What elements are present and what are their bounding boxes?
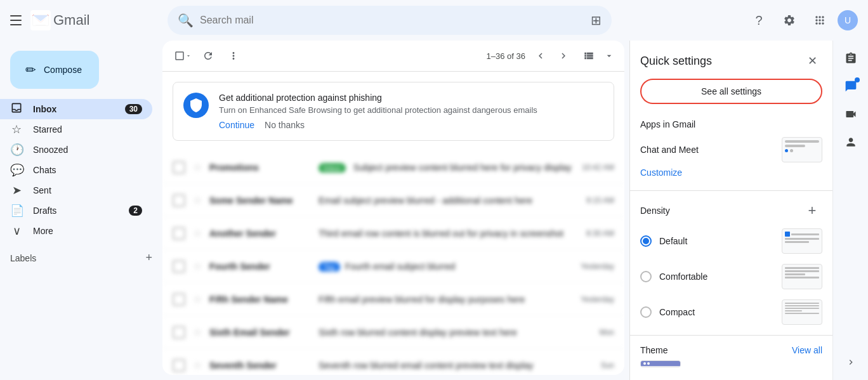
table-row[interactable]: ☆ Fourth Sender TagFourth email subject … <box>162 250 624 283</box>
more-label: More <box>33 226 142 236</box>
see-all-settings-button[interactable]: See all settings <box>640 79 822 104</box>
density-comfortable-radio[interactable] <box>640 271 652 282</box>
preview-dot-2 <box>790 149 793 152</box>
apps-button[interactable] <box>807 8 832 33</box>
row-checkbox[interactable] <box>173 293 185 306</box>
sidebar-item-inbox[interactable]: Inbox 30 <box>0 99 152 119</box>
row-checkbox[interactable] <box>173 194 185 207</box>
close-settings-button[interactable]: ✕ <box>802 51 822 71</box>
right-contacts-button[interactable] <box>838 129 864 155</box>
compose-label: Compose <box>44 65 82 75</box>
shield-icon <box>183 93 209 118</box>
sidebar-item-more[interactable]: ∨ More <box>0 221 152 241</box>
add-label-button[interactable]: + <box>145 251 152 265</box>
theme-top-bar <box>641 361 680 366</box>
table-row[interactable]: ☆ Fifth Sender Name Fifth email preview … <box>162 283 624 316</box>
row-star[interactable]: ☆ <box>193 161 202 173</box>
table-row[interactable]: ☆ Another Sender Third email row content… <box>162 217 624 250</box>
row-subject: TagFourth email subject blurred <box>319 261 573 272</box>
chats-icon: 💬 <box>10 163 23 177</box>
density-default[interactable]: Default <box>630 223 832 259</box>
inbox-badge: 30 <box>125 104 142 114</box>
table-row[interactable]: ☆ Promotions Inbox Subject preview conte… <box>162 151 624 184</box>
more-options-button[interactable] <box>223 46 244 66</box>
row-star[interactable]: ☆ <box>193 260 202 272</box>
density-compact-radio[interactable] <box>640 306 652 318</box>
theme-dot <box>647 362 650 365</box>
row-sender: Seventh Sender <box>209 360 311 370</box>
preview-line-2 <box>785 145 805 147</box>
right-chat-button[interactable] <box>838 74 864 99</box>
right-meet-button[interactable] <box>838 102 864 127</box>
sidebar-item-sent[interactable]: ➤ Sent <box>0 180 152 200</box>
row-star[interactable]: ☆ <box>193 293 202 305</box>
quick-settings-header: Quick settings ✕ <box>630 41 832 79</box>
advanced-search-icon[interactable]: ⊞ <box>591 13 602 28</box>
density-comfortable[interactable]: Comfortable <box>630 259 832 294</box>
table-row[interactable]: ☆ Sixth Email Sender Sixth row blurred c… <box>162 316 624 349</box>
labels-title: Labels <box>10 253 36 263</box>
chat-meet-label: Chat and Meet <box>640 145 699 155</box>
email-area: 1–36 of 36 Ge <box>162 41 624 375</box>
banner-content: Get additional protection against phishi… <box>219 93 603 130</box>
row-star[interactable]: ☆ <box>193 227 202 239</box>
preview-line <box>785 267 819 269</box>
next-page-button[interactable] <box>553 46 574 66</box>
sidebar-item-snoozed[interactable]: 🕐 Snoozed <box>0 140 152 160</box>
pagination-text: 1–36 of 36 <box>487 51 525 61</box>
row-time: 8:30 AM <box>586 229 614 238</box>
table-row[interactable]: ☆ Seventh Sender Seventh row blurred ema… <box>162 349 624 375</box>
add-density-button[interactable]: + <box>802 200 822 221</box>
right-tasks-button[interactable] <box>838 46 864 71</box>
density-comfortable-preview <box>782 264 822 289</box>
avatar[interactable]: U <box>838 10 858 30</box>
gmail-wordmark: Gmail <box>53 12 89 29</box>
chat-meet-row: Chat and Meet <box>630 132 832 167</box>
gmail-logo: Gmail <box>30 10 89 30</box>
row-checkbox[interactable] <box>173 161 185 174</box>
labels-section: Labels + <box>0 246 162 270</box>
no-thanks-button[interactable]: No thanks <box>265 120 305 130</box>
density-comfortable-text: Comfortable <box>659 272 707 282</box>
row-checkbox[interactable] <box>173 359 185 372</box>
search-bar[interactable]: 🔍 ⊞ <box>168 6 612 35</box>
row-checkbox[interactable] <box>173 326 185 339</box>
chats-label: Chats <box>33 165 142 175</box>
help-button[interactable]: ? <box>746 8 772 33</box>
compose-button[interactable]: ✏ Compose <box>10 51 99 89</box>
theme-preview[interactable] <box>640 360 681 367</box>
density-default-radio[interactable] <box>640 235 652 247</box>
density-compact[interactable]: Compact <box>630 294 832 330</box>
apps-preview-graphic <box>782 137 822 162</box>
shield-svg <box>188 98 204 113</box>
density-compact-preview <box>782 299 822 325</box>
snoozed-label: Snoozed <box>33 145 142 155</box>
expand-icon <box>846 357 856 367</box>
refresh-button[interactable] <box>198 46 218 66</box>
more-icon: ∨ <box>10 224 23 238</box>
sidebar-item-starred[interactable]: ☆ Starred <box>0 119 152 140</box>
expand-sidebar-button[interactable] <box>838 350 864 375</box>
main-layout: ✏ Compose Inbox 30 ☆ Starred 🕐 Snoozed 💬… <box>0 41 868 380</box>
gmail-m-icon <box>30 10 51 30</box>
contacts-icon <box>845 136 857 148</box>
customize-button[interactable]: Customize <box>630 167 832 185</box>
density-view-button[interactable] <box>579 46 599 66</box>
row-star[interactable]: ☆ <box>193 326 202 338</box>
preview-line <box>785 305 819 306</box>
settings-button[interactable] <box>777 8 802 33</box>
menu-icon[interactable] <box>10 13 25 28</box>
sidebar-item-chats[interactable]: 💬 Chats <box>0 160 152 180</box>
search-input[interactable] <box>200 15 584 26</box>
row-checkbox[interactable] <box>173 260 185 273</box>
view-all-themes-button[interactable]: View all <box>792 345 822 355</box>
sidebar-item-drafts[interactable]: 📄 Drafts 2 <box>0 200 152 221</box>
topbar: Gmail 🔍 ⊞ ? U <box>0 0 868 41</box>
row-star[interactable]: ☆ <box>193 359 202 371</box>
select-checkbox[interactable] <box>173 46 193 66</box>
row-checkbox[interactable] <box>173 227 185 240</box>
continue-button[interactable]: Continue <box>219 120 254 130</box>
table-row[interactable]: ☆ Some Sender Name Email subject preview… <box>162 184 624 217</box>
row-star[interactable]: ☆ <box>193 194 202 206</box>
prev-page-button[interactable] <box>530 46 551 66</box>
